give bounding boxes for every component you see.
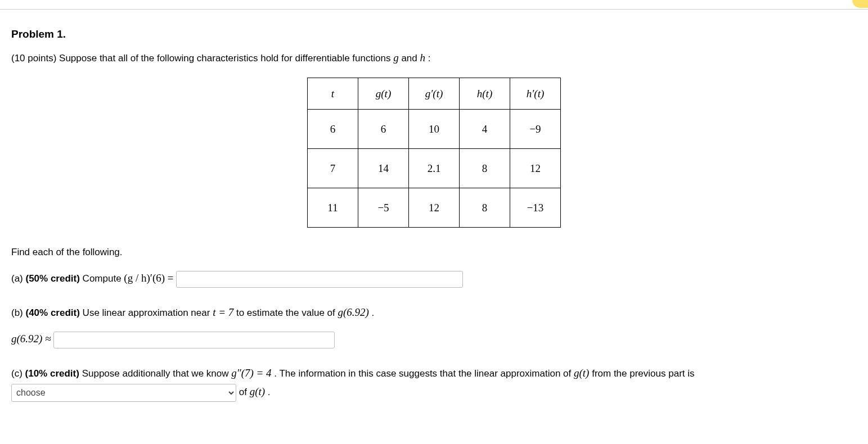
part-c-label: (c) (11, 368, 25, 379)
cell: 12 (409, 188, 460, 228)
cell: −9 (510, 110, 561, 149)
table-header-row: t g(t) g′(t) h(t) h′(t) (308, 78, 561, 110)
part-b-answer-line: g(6.92) ≈ (11, 330, 857, 348)
cell: 2.1 (409, 149, 460, 188)
table-row: 7 14 2.1 8 12 (308, 149, 561, 188)
part-c-text1: Suppose additionally that we know (82, 368, 232, 379)
th-g: g(t) (358, 78, 409, 110)
part-b-text2: to estimate the value of (236, 307, 338, 318)
part-c-credit: (10% credit) (25, 368, 79, 379)
cell: 4 (460, 110, 510, 149)
top-divider (0, 9, 868, 10)
intro-text: (10 points) Suppose that all of the foll… (11, 53, 393, 64)
part-c-math3: g(t) (250, 386, 265, 397)
problem-title: Problem 1. (11, 28, 857, 40)
cell: 10 (409, 110, 460, 149)
cell: 8 (460, 149, 510, 188)
cell: 12 (510, 149, 561, 188)
cell: 6 (358, 110, 409, 149)
cell: −13 (510, 188, 561, 228)
th-hprime: h′(t) (510, 78, 561, 110)
cell: 7 (308, 149, 358, 188)
part-b-credit: (40% credit) (26, 307, 80, 318)
part-b-text1: Use linear approximation near (83, 307, 213, 318)
part-c-math1: g″(7) = 4 (231, 367, 271, 379)
part-b-math2: g(6.92) (338, 306, 368, 318)
part-c-text2: . The information in this case suggests … (274, 368, 574, 379)
cell: 11 (308, 188, 358, 228)
corner-indicator (852, 0, 868, 8)
data-table: t g(t) g′(t) h(t) h′(t) 6 6 10 4 −9 7 14… (307, 78, 561, 228)
part-a-label: (a) (11, 273, 26, 284)
part-c: (c) (10% credit) Suppose additionally th… (11, 364, 857, 402)
cell: −5 (358, 188, 409, 228)
part-b-result-label: g(6.92) ≈ (11, 333, 53, 345)
table-row: 6 6 10 4 −9 (308, 110, 561, 149)
part-c-select[interactable]: choose (11, 384, 236, 402)
part-c-text4: of (239, 387, 250, 397)
cell: 8 (460, 188, 510, 228)
part-b-input[interactable] (53, 332, 335, 348)
part-c-math2: g(t) (574, 367, 589, 379)
th-h: h(t) (460, 78, 510, 110)
data-table-wrap: t g(t) g′(t) h(t) h′(t) 6 6 10 4 −9 7 14… (11, 78, 857, 228)
part-a-text: Compute (83, 273, 124, 284)
find-line: Find each of the following. (11, 243, 857, 261)
part-a-math: (g / h)′(6) = (124, 272, 176, 284)
part-a-input[interactable] (176, 271, 463, 288)
part-b-period: . (372, 307, 375, 318)
th-gprime: g′(t) (409, 78, 460, 110)
table-row: 11 −5 12 8 −13 (308, 188, 561, 228)
problem-intro: (10 points) Suppose that all of the foll… (11, 52, 857, 64)
intro-h: h (420, 52, 425, 64)
part-a: (a) (50% credit) Compute (g / h)′(6) = (11, 269, 857, 288)
intro-suffix: : (428, 53, 431, 64)
part-c-text3: from the previous part is (592, 368, 694, 379)
part-c-period: . (268, 387, 271, 397)
part-a-credit: (50% credit) (26, 273, 80, 284)
th-t: t (308, 78, 358, 110)
cell: 14 (358, 149, 409, 188)
intro-g: g (393, 52, 399, 64)
part-b-label: (b) (11, 307, 26, 318)
part-b: (b) (40% credit) Use linear approximatio… (11, 303, 857, 322)
part-b-math1: t = 7 (213, 306, 233, 318)
intro-and: and (401, 53, 420, 64)
cell: 6 (308, 110, 358, 149)
